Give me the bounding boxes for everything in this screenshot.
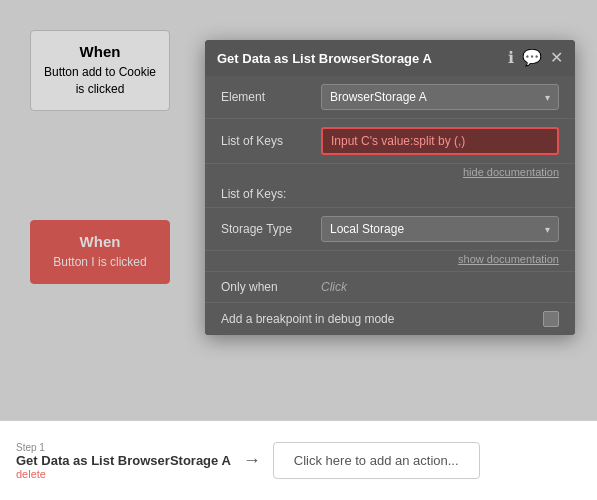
arrow-right-icon: → — [243, 450, 261, 471]
list-of-keys-value: Input C's value:split by (,) — [331, 134, 465, 148]
storage-type-label: Storage Type — [221, 222, 321, 236]
debug-label: Add a breakpoint in debug mode — [221, 312, 394, 326]
chevron-down-icon: ▾ — [545, 92, 550, 103]
storage-type-dropdown-container: Local Storage ▾ — [321, 216, 559, 242]
list-keys-sublabel-row: List of Keys: — [205, 182, 575, 208]
step-name: Get Data as List BrowserStorage A — [16, 453, 231, 468]
element-dropdown-value: BrowserStorage A — [330, 90, 427, 104]
list-of-keys-input[interactable]: Input C's value:split by (,) — [321, 127, 559, 155]
step-number: Step 1 — [16, 442, 231, 453]
close-icon[interactable]: ✕ — [550, 50, 563, 66]
add-action-button[interactable]: Click here to add an action... — [273, 442, 480, 479]
list-keys-sublabel: List of Keys: — [221, 187, 286, 201]
show-doc-row: show documentation — [205, 251, 575, 272]
modal-icon-group: ℹ 💬 ✕ — [508, 50, 563, 66]
step-info: Step 1 Get Data as List BrowserStorage A… — [16, 442, 231, 480]
list-of-keys-input-container: Input C's value:split by (,) — [321, 127, 559, 155]
debug-checkbox[interactable] — [543, 311, 559, 327]
modal-body: Element BrowserStorage A ▾ List of Keys … — [205, 76, 575, 335]
debug-row: Add a breakpoint in debug mode — [205, 303, 575, 335]
modal-header: Get Data as List BrowserStorage A ℹ 💬 ✕ — [205, 40, 575, 76]
only-when-row: Only when Click — [205, 272, 575, 303]
show-doc-link[interactable]: show documentation — [458, 253, 559, 265]
storage-type-value: Local Storage — [330, 222, 404, 236]
list-of-keys-label: List of Keys — [221, 134, 321, 148]
element-label: Element — [221, 90, 321, 104]
modal-title: Get Data as List BrowserStorage A — [217, 51, 500, 66]
hide-doc-link[interactable]: hide documentation — [463, 166, 559, 178]
element-field-row: Element BrowserStorage A ▾ — [205, 76, 575, 119]
element-dropdown-container: BrowserStorage A ▾ — [321, 84, 559, 110]
only-when-value[interactable]: Click — [321, 280, 347, 294]
chat-icon[interactable]: 💬 — [522, 50, 542, 66]
info-icon[interactable]: ℹ — [508, 50, 514, 66]
storage-type-dropdown[interactable]: Local Storage ▾ — [321, 216, 559, 242]
storage-chevron-icon: ▾ — [545, 224, 550, 235]
storage-type-field-row: Storage Type Local Storage ▾ — [205, 208, 575, 251]
step-delete-link[interactable]: delete — [16, 468, 231, 480]
hide-doc-row: hide documentation — [205, 164, 575, 182]
element-dropdown[interactable]: BrowserStorage A ▾ — [321, 84, 559, 110]
list-of-keys-field-row: List of Keys Input C's value:split by (,… — [205, 119, 575, 164]
modal-panel: Get Data as List BrowserStorage A ℹ 💬 ✕ … — [205, 40, 575, 335]
only-when-label: Only when — [221, 280, 321, 294]
step-bar: Step 1 Get Data as List BrowserStorage A… — [0, 420, 597, 500]
